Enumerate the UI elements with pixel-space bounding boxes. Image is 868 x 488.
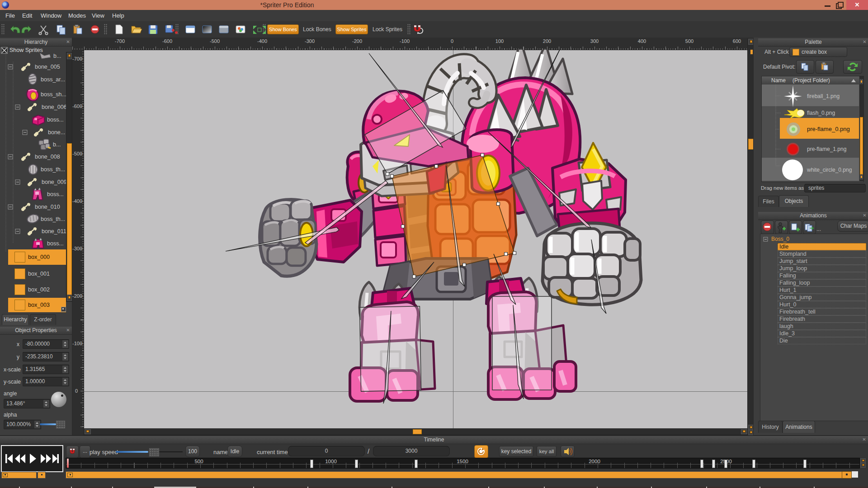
svg-text:boss_ar...: boss_ar... xyxy=(41,76,65,83)
svg-text:bone_008: bone_008 xyxy=(35,154,60,160)
svg-text:b...: b... xyxy=(53,53,61,59)
svg-text:boss_th...: boss_th... xyxy=(41,216,65,222)
svg-text:bone...: bone... xyxy=(48,129,65,136)
svg-text:bone_005: bone_005 xyxy=(35,64,60,70)
svg-text:bone_010: bone_010 xyxy=(35,204,60,210)
svg-text:boss...: boss... xyxy=(47,240,64,247)
svg-text:b...: b... xyxy=(53,141,61,148)
svg-text:bone_006: bone_006 xyxy=(42,104,66,110)
svg-text:boss_th...: boss_th... xyxy=(41,166,65,173)
svg-text:boss...: boss... xyxy=(47,117,64,123)
svg-text:boss...: boss... xyxy=(47,191,64,197)
svg-text:bone_011: bone_011 xyxy=(42,228,66,235)
svg-text:bone_009: bone_009 xyxy=(42,179,66,185)
svg-text:boss_sh...: boss_sh... xyxy=(41,91,66,98)
